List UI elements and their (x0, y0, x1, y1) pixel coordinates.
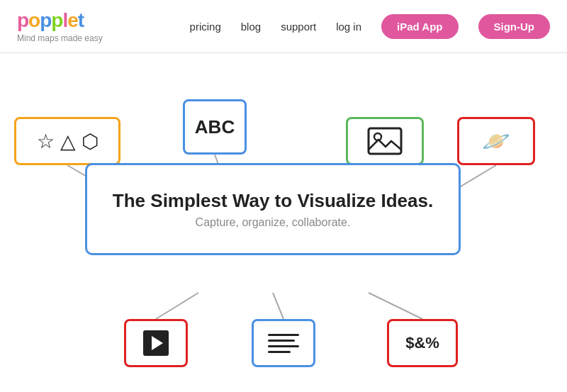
hexagon-icon: ⬡ (82, 130, 99, 153)
nav: pricing blog support log in iPad App Sig… (190, 14, 550, 39)
nav-blog[interactable]: blog (241, 21, 261, 33)
triangle-icon: △ (60, 130, 76, 153)
symbols-card: $&% (387, 319, 458, 367)
logo-area: popplet Mind maps made easy (17, 9, 103, 43)
text-line-3 (268, 345, 299, 347)
svg-line-6 (369, 293, 422, 319)
image-icon (367, 127, 403, 155)
signup-button[interactable]: Sign-Up (478, 14, 551, 39)
header: popplet Mind maps made easy pricing blog… (0, 0, 567, 53)
star-icon: ☆ (37, 130, 55, 153)
planet-icon: 🪐 (482, 128, 510, 155)
text-line-2 (268, 340, 295, 342)
video-card (124, 319, 188, 367)
svg-line-5 (273, 293, 284, 319)
text-lines-icon (268, 334, 299, 353)
svg-rect-7 (369, 128, 401, 154)
central-card: The Simplest Way to Visualize Ideas. Cap… (85, 163, 461, 255)
shapes-card: ☆ △ ⬡ (14, 117, 120, 165)
abc-text: ABC (195, 116, 235, 138)
nav-pricing[interactable]: pricing (190, 21, 221, 33)
tagline: Mind maps made easy (17, 33, 103, 43)
planet-card: 🪐 (457, 117, 535, 165)
text-line-4 (268, 351, 291, 353)
symbols-text: $&% (405, 334, 439, 352)
abc-card: ABC (183, 99, 247, 155)
hero-subtitle: Capture, organize, collaborate. (196, 216, 351, 229)
image-card (346, 117, 424, 165)
hero-title: The Simplest Way to Visualize Ideas. (113, 190, 433, 212)
logo: popplet (17, 9, 103, 32)
nav-login[interactable]: log in (336, 21, 361, 33)
hero-section: ☆ △ ⬡ ABC 🪐 The Simplest Way to Visualiz… (0, 53, 567, 392)
textlines-card (252, 319, 315, 367)
svg-line-4 (156, 293, 198, 319)
nav-support[interactable]: support (281, 21, 316, 33)
play-icon (143, 330, 169, 356)
shapes-icons: ☆ △ ⬡ (37, 130, 99, 153)
ipad-app-button[interactable]: iPad App (381, 14, 458, 39)
play-triangle (152, 336, 163, 350)
text-line-1 (268, 334, 299, 336)
